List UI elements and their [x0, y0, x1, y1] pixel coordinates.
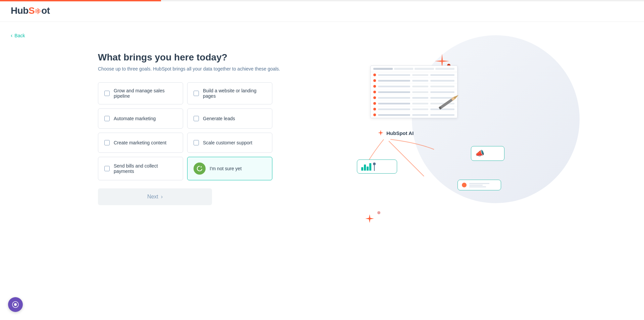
- back-button[interactable]: ‹ Back: [0, 22, 644, 44]
- next-label: Next: [147, 194, 158, 200]
- svg-rect-4: [35, 11, 36, 11]
- option-leads-label: Generate leads: [203, 116, 235, 121]
- next-button[interactable]: Next ›: [98, 188, 212, 205]
- option-sales-label: Grow and manage sales pipeline: [114, 88, 177, 99]
- checkbox-bills: [104, 166, 110, 171]
- checkbox-automate: [104, 116, 110, 121]
- chevron-right-icon: ›: [161, 194, 163, 200]
- unsure-icon: [194, 163, 206, 175]
- chevron-left-icon: ‹: [11, 33, 12, 39]
- option-content-label: Create marketing content: [114, 140, 166, 145]
- form-lines: [469, 183, 489, 187]
- ai-label-text: HubSpot AI: [386, 130, 414, 136]
- logo-text: HubS ot: [11, 5, 50, 16]
- chat-icon: [12, 301, 19, 308]
- svg-point-15: [14, 303, 17, 306]
- logo-accent: S: [29, 5, 35, 16]
- left-panel: What brings you here today? Choose up to…: [98, 52, 322, 220]
- option-content[interactable]: Create marketing content: [98, 133, 183, 153]
- option-bills-label: Send bills and collect payments: [114, 163, 177, 174]
- sparkle-bottom-icon: [364, 213, 376, 227]
- spreadsheet-mockup: [370, 65, 458, 118]
- options-grid: Grow and manage sales pipeline Build a w…: [98, 82, 272, 180]
- megaphone-card: 📣: [471, 146, 504, 161]
- chart-icon: [361, 163, 371, 171]
- right-panel: HubSpot AI: [322, 52, 546, 220]
- page-subtitle: Choose up to three goals. HubSpot brings…: [98, 66, 322, 72]
- svg-rect-2: [38, 8, 38, 9]
- back-label: Back: [14, 33, 25, 38]
- main-content: What brings you here today? Choose up to…: [87, 44, 557, 231]
- option-website-label: Build a website or landing pages: [203, 88, 266, 99]
- progress-bar-fill: [0, 0, 161, 1]
- svg-rect-8: [36, 12, 37, 13]
- illustration: HubSpot AI: [357, 59, 511, 220]
- logo: HubS ot: [11, 5, 50, 16]
- option-leads[interactable]: Generate leads: [187, 108, 272, 129]
- checkbox-leads: [194, 116, 199, 121]
- chart-card: [357, 159, 397, 174]
- option-website[interactable]: Build a website or landing pages: [187, 82, 272, 104]
- option-sales[interactable]: Grow and manage sales pipeline: [98, 82, 183, 104]
- option-unsure-label: I'm not sure yet: [210, 166, 241, 171]
- form-card: [458, 180, 501, 190]
- option-support[interactable]: Scale customer support: [187, 133, 272, 153]
- checkbox-website: [194, 91, 199, 96]
- checkbox-content: [104, 140, 110, 145]
- option-bills[interactable]: Send bills and collect payments: [98, 157, 183, 180]
- checkbox-sales: [104, 91, 110, 96]
- svg-point-1: [37, 10, 39, 12]
- option-support-label: Scale customer support: [203, 140, 252, 145]
- chat-button[interactable]: [8, 297, 23, 312]
- logo-sprocket-icon: [35, 8, 41, 14]
- checkbox-support: [194, 140, 199, 145]
- svg-rect-6: [36, 9, 37, 10]
- form-icon: [462, 183, 467, 187]
- ai-sparkle-icon: [377, 129, 384, 137]
- svg-rect-3: [38, 13, 38, 14]
- page-title: What brings you here today?: [98, 52, 322, 63]
- header: HubS ot: [0, 0, 644, 22]
- refresh-icon: [196, 165, 203, 172]
- option-automate[interactable]: Automate marketing: [98, 108, 183, 129]
- option-unsure[interactable]: I'm not sure yet: [187, 157, 272, 180]
- ai-label: HubSpot AI: [377, 129, 414, 137]
- progress-bar: [0, 0, 644, 1]
- megaphone-icon: 📣: [475, 149, 484, 158]
- option-automate-label: Automate marketing: [114, 116, 156, 121]
- svg-rect-5: [40, 11, 41, 11]
